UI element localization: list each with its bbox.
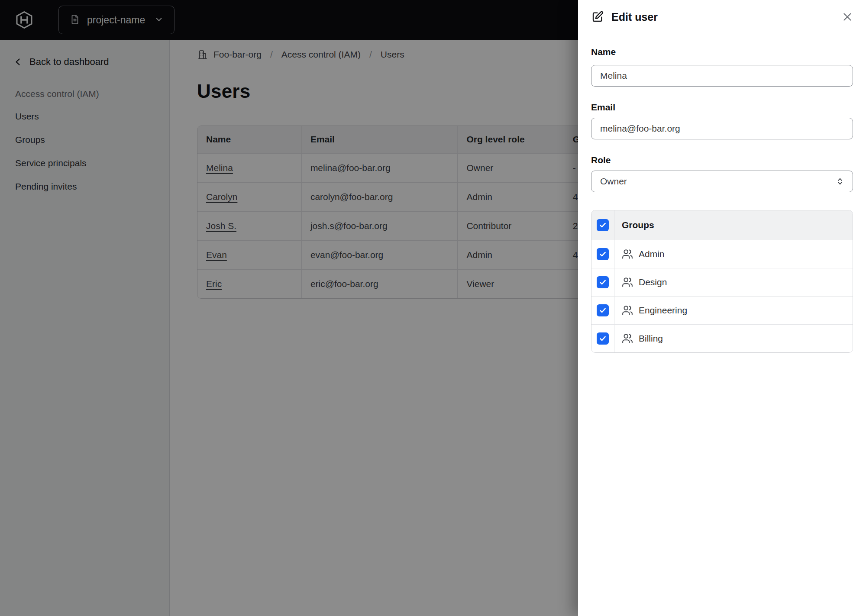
groups-panel-header: Groups	[591, 210, 853, 240]
role-field-label: Role	[591, 155, 853, 165]
role-select-value: Owner	[600, 176, 627, 187]
group-label: Engineering	[639, 305, 687, 316]
checkbox-check-icon	[599, 221, 607, 229]
group-row-admin: Admin	[591, 240, 853, 268]
checkbox-check-icon	[599, 278, 607, 286]
group-checkbox-admin[interactable]	[597, 248, 609, 260]
group-label: Design	[639, 277, 667, 287]
group-checkbox-engineering[interactable]	[597, 304, 609, 316]
group-checkbox-design[interactable]	[597, 276, 609, 288]
users-icon	[622, 333, 633, 344]
users-icon	[622, 277, 633, 288]
group-row-design: Design	[591, 268, 853, 296]
checkbox-check-icon	[599, 306, 607, 314]
group-checkbox-billing[interactable]	[597, 332, 609, 345]
name-field-label: Name	[591, 47, 853, 57]
group-row-engineering: Engineering	[591, 296, 853, 324]
group-label: Admin	[639, 249, 665, 259]
groups-panel-header-label: Groups	[622, 220, 654, 230]
checkbox-check-icon	[599, 250, 607, 258]
role-select[interactable]: Owner	[591, 171, 853, 192]
users-icon	[622, 248, 633, 260]
users-icon	[622, 305, 633, 316]
select-stepper-icon	[835, 177, 845, 186]
select-all-groups-checkbox[interactable]	[597, 219, 609, 231]
edit-user-drawer: Edit user Name Email Role Owner	[578, 0, 866, 616]
email-field[interactable]	[591, 118, 853, 139]
email-field-label: Email	[591, 102, 853, 113]
drawer-title: Edit user	[611, 11, 658, 23]
drawer-header: Edit user	[578, 0, 866, 34]
checkbox-check-icon	[599, 335, 607, 342]
group-row-billing: Billing	[591, 324, 853, 352]
close-icon[interactable]	[842, 11, 853, 23]
name-field[interactable]	[591, 65, 853, 87]
edit-icon	[591, 10, 604, 23]
app-window: project-name Back to dashboard Access co…	[0, 0, 866, 616]
groups-panel: Groups Admin	[591, 210, 853, 353]
drawer-body: Name Email Role Owner	[578, 47, 866, 353]
group-label: Billing	[639, 333, 663, 344]
